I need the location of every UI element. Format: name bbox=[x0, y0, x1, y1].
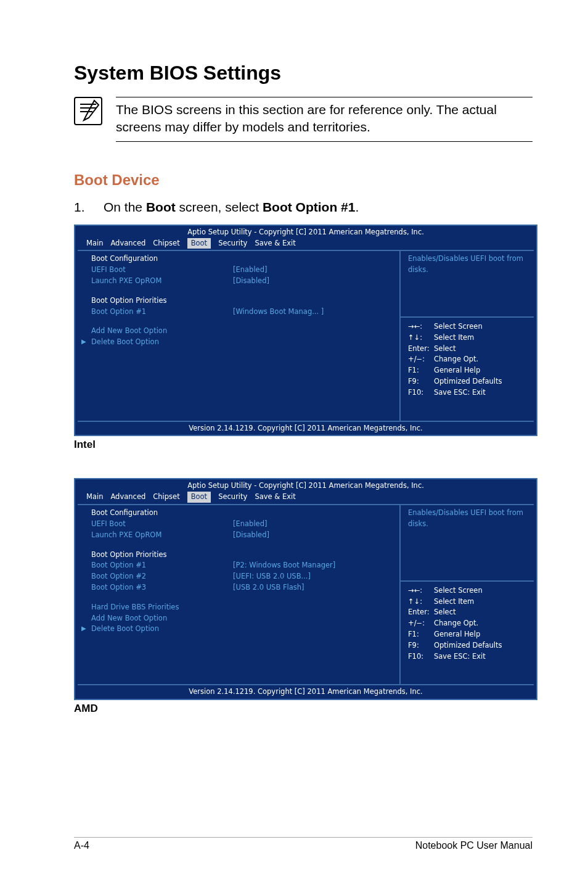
launch-pxe-value[interactable]: [Disabled] bbox=[233, 276, 269, 287]
bios-footer: Version 2.14.1219. Copyright [C] 2011 Am… bbox=[78, 684, 534, 699]
help-key-enter: Enter: bbox=[408, 607, 431, 618]
tab-save-exit[interactable]: Save & Exit bbox=[255, 238, 295, 249]
tab-main[interactable]: Main bbox=[86, 238, 103, 249]
boot-option-1-label[interactable]: Boot Option #1 bbox=[91, 560, 233, 571]
uefi-boot-value[interactable]: [Enabled] bbox=[233, 519, 267, 530]
help-val-f1: General Help bbox=[434, 629, 528, 640]
add-new-boot-option[interactable]: Add New Boot Option bbox=[91, 613, 393, 624]
tab-security[interactable]: Security bbox=[218, 238, 247, 249]
help-val-ud: Select Item bbox=[434, 596, 528, 608]
help-val-ud: Select Item bbox=[434, 332, 528, 344]
note-icon bbox=[74, 97, 102, 125]
step-text-mid: screen, select bbox=[176, 200, 263, 214]
help-val-f9: Optimized Defaults bbox=[434, 640, 528, 651]
bios-help-keys: →←:Select Screen ↑↓:Select Item Enter:Se… bbox=[408, 321, 528, 398]
uefi-boot-label[interactable]: UEFI Boot bbox=[91, 265, 233, 276]
tab-security[interactable]: Security bbox=[218, 492, 247, 503]
page-title: System BIOS Settings bbox=[74, 62, 533, 85]
help-key-f9: F9: bbox=[408, 640, 431, 651]
tab-chipset[interactable]: Chipset bbox=[153, 238, 179, 249]
help-val-lr: Select Screen bbox=[434, 585, 528, 596]
help-val-enter: Select bbox=[434, 344, 528, 355]
bios-screen-intel: Aptio Setup Utility - Copyright [C] 2011… bbox=[74, 225, 537, 437]
screenshot-label-amd: AMD bbox=[74, 703, 533, 715]
bios-footer: Version 2.14.1219. Copyright [C] 2011 Am… bbox=[78, 421, 534, 435]
uefi-boot-value[interactable]: [Enabled] bbox=[233, 265, 267, 276]
tab-advanced[interactable]: Advanced bbox=[110, 238, 145, 249]
boot-option-1-label[interactable]: Boot Option #1 bbox=[91, 307, 233, 318]
bios-description: Enables/Disables UEFI boot from disks. bbox=[408, 254, 528, 276]
tab-main[interactable]: Main bbox=[86, 492, 103, 503]
bios-tabs: Main Advanced Chipset Boot Security Save… bbox=[75, 492, 536, 504]
step-text-post: . bbox=[355, 200, 359, 214]
step-1: 1. On the Boot screen, select Boot Optio… bbox=[74, 200, 533, 215]
help-val-f1: General Help bbox=[434, 365, 528, 376]
boot-option-3-value[interactable]: [USB 2.0 USB Flash] bbox=[233, 582, 304, 593]
tab-advanced[interactable]: Advanced bbox=[110, 492, 145, 503]
step-bold-option: Boot Option #1 bbox=[263, 200, 356, 214]
help-val-enter: Select bbox=[434, 607, 528, 618]
help-val-f10: Save ESC: Exit bbox=[434, 387, 528, 398]
help-key-pm: +/−: bbox=[408, 354, 431, 365]
help-key-f1: F1: bbox=[408, 365, 431, 376]
tab-chipset[interactable]: Chipset bbox=[153, 492, 179, 503]
page-number: A-4 bbox=[74, 840, 89, 851]
boot-option-1-value[interactable]: [P2: Windows Boot Manager] bbox=[233, 560, 335, 571]
launch-pxe-label[interactable]: Launch PXE OpROM bbox=[91, 276, 233, 287]
help-key-pm: +/−: bbox=[408, 618, 431, 629]
launch-pxe-value[interactable]: [Disabled] bbox=[233, 530, 269, 541]
section-heading-boot-device: Boot Device bbox=[74, 171, 533, 189]
tab-boot[interactable]: Boot bbox=[187, 492, 211, 503]
note-block: The BIOS screens in this section are for… bbox=[74, 97, 533, 142]
boot-option-priorities-header: Boot Option Priorities bbox=[91, 550, 393, 561]
boot-configuration-header: Boot Configuration bbox=[91, 254, 393, 265]
boot-option-2-label[interactable]: Boot Option #2 bbox=[91, 571, 233, 582]
bios-title: Aptio Setup Utility - Copyright [C] 2011… bbox=[75, 226, 536, 238]
help-val-f9: Optimized Defaults bbox=[434, 376, 528, 387]
step-text: On the Boot screen, select Boot Option #… bbox=[104, 200, 359, 215]
help-key-ud: ↑↓: bbox=[408, 332, 431, 344]
bios-screen-amd: Aptio Setup Utility - Copyright [C] 2011… bbox=[74, 478, 537, 700]
page-footer: A-4 Notebook PC User Manual bbox=[74, 837, 533, 851]
help-key-f1: F1: bbox=[408, 629, 431, 640]
boot-option-3-label[interactable]: Boot Option #3 bbox=[91, 582, 233, 593]
help-key-f10: F10: bbox=[408, 651, 431, 662]
boot-option-2-value[interactable]: [UEFI: USB 2.0 USB...] bbox=[233, 571, 311, 582]
help-val-lr: Select Screen bbox=[434, 321, 528, 332]
boot-configuration-header: Boot Configuration bbox=[91, 508, 393, 519]
help-key-f9: F9: bbox=[408, 376, 431, 387]
step-bold-boot: Boot bbox=[146, 200, 176, 214]
note-text: The BIOS screens in this section are for… bbox=[116, 97, 533, 142]
tab-boot[interactable]: Boot bbox=[187, 238, 211, 249]
bios-title: Aptio Setup Utility - Copyright [C] 2011… bbox=[75, 479, 536, 492]
delete-boot-option[interactable]: Delete Boot Option bbox=[91, 337, 393, 348]
boot-option-1-value[interactable]: [Windows Boot Manag... ] bbox=[233, 307, 324, 318]
bios-tabs: Main Advanced Chipset Boot Security Save… bbox=[75, 238, 536, 250]
boot-option-priorities-header: Boot Option Priorities bbox=[91, 295, 393, 307]
screenshot-label-intel: Intel bbox=[74, 439, 533, 451]
help-key-lr: →←: bbox=[408, 585, 431, 596]
help-key-f10: F10: bbox=[408, 387, 431, 398]
uefi-boot-label[interactable]: UEFI Boot bbox=[91, 519, 233, 530]
tab-save-exit[interactable]: Save & Exit bbox=[255, 492, 295, 503]
help-val-f10: Save ESC: Exit bbox=[434, 651, 528, 662]
help-key-enter: Enter: bbox=[408, 344, 431, 355]
hard-drive-bbs-priorities[interactable]: Hard Drive BBS Priorities bbox=[91, 602, 393, 613]
delete-boot-option[interactable]: Delete Boot Option bbox=[91, 624, 393, 635]
bios-help-keys: →←:Select Screen ↑↓:Select Item Enter:Se… bbox=[408, 585, 528, 662]
help-val-pm: Change Opt. bbox=[434, 354, 528, 365]
bios-description: Enables/Disables UEFI boot from disks. bbox=[408, 508, 528, 530]
help-key-lr: →←: bbox=[408, 321, 431, 332]
add-new-boot-option[interactable]: Add New Boot Option bbox=[91, 326, 393, 337]
step-number: 1. bbox=[74, 200, 85, 215]
help-val-pm: Change Opt. bbox=[434, 618, 528, 629]
launch-pxe-label[interactable]: Launch PXE OpROM bbox=[91, 530, 233, 541]
help-key-ud: ↑↓: bbox=[408, 596, 431, 608]
step-text-pre: On the bbox=[104, 200, 146, 214]
manual-title: Notebook PC User Manual bbox=[415, 840, 533, 851]
